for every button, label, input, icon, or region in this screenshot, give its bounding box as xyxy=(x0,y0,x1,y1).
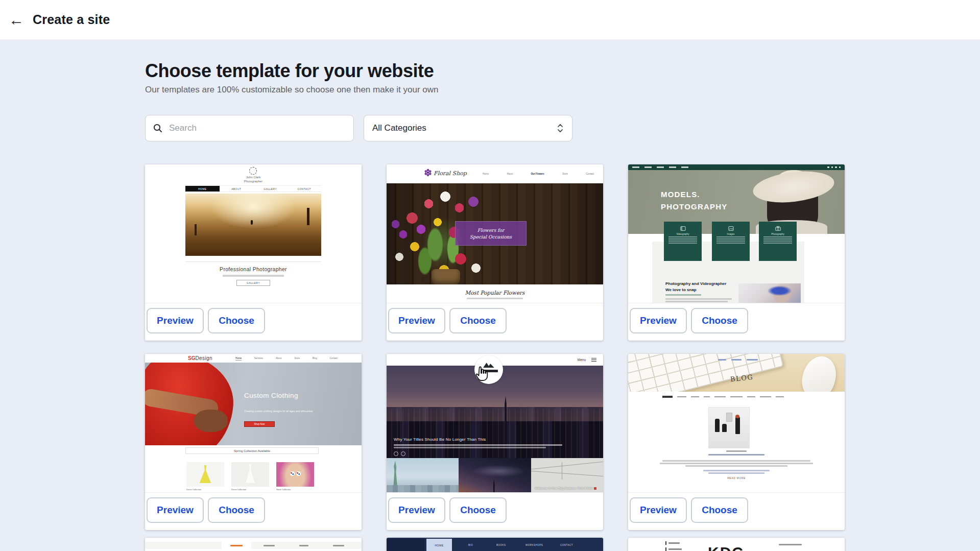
banner-text: Flowers for xyxy=(477,228,504,233)
choose-button[interactable]: Choose xyxy=(691,308,748,333)
template-thumbnail-models-photography[interactable]: MODELS. PHOTOGRAPHY Videography Images P… xyxy=(628,164,845,303)
preview-button[interactable]: Preview xyxy=(147,308,204,333)
mirror xyxy=(726,413,732,422)
choose-button[interactable]: Choose xyxy=(449,308,507,333)
mini-menu-label: Menu xyxy=(578,358,586,362)
preview-button[interactable]: Preview xyxy=(388,497,445,523)
mini-nav-item: CONTACT xyxy=(288,186,322,191)
text-line xyxy=(703,470,770,471)
mini-brand: KDC xyxy=(708,544,744,551)
site-logo-badge xyxy=(474,355,503,384)
text-line xyxy=(665,294,701,296)
text-line xyxy=(714,396,726,398)
banner-text: Special Occasions xyxy=(470,234,512,239)
choose-button[interactable]: Choose xyxy=(208,497,265,523)
text-line xyxy=(716,238,745,239)
product-photo-white-dress xyxy=(231,462,269,487)
product-caption: Dress Collection xyxy=(186,488,201,491)
mini-gallery-button: GALLERY xyxy=(236,280,270,286)
choose-button[interactable]: Choose xyxy=(449,497,507,523)
text-line xyxy=(467,298,523,299)
template-card-models-photography: MODELS. PHOTOGRAPHY Videography Images P… xyxy=(628,164,845,341)
mini-nav-item: About xyxy=(276,357,282,361)
mini-read-more-link: READ MORE xyxy=(628,476,845,480)
text-line xyxy=(668,243,697,244)
mountain-icon xyxy=(482,362,495,368)
template-card-partial-author: HOME BIO BOOKS WORKSHOPS CONTACT xyxy=(387,538,603,551)
template-thumbnail-travel-blog[interactable]: Menu Why Your Titles Should Be No Longer… xyxy=(387,354,603,492)
thumb-statue-of-liberty xyxy=(387,458,459,492)
template-thumbnail-partial-restaurant[interactable] xyxy=(145,538,362,551)
text-line xyxy=(223,275,284,277)
text-line xyxy=(718,359,726,361)
search-box[interactable] xyxy=(145,115,354,141)
mini-navbar xyxy=(145,542,362,549)
vase xyxy=(432,269,460,284)
statue-of-liberty xyxy=(392,461,399,486)
city-skyline-strip xyxy=(387,485,459,492)
window-lights xyxy=(387,409,603,458)
text-line xyxy=(299,545,308,546)
text-line xyxy=(704,396,710,398)
white-dress xyxy=(244,464,257,485)
mini-navbar xyxy=(628,164,845,170)
preview-button[interactable]: Preview xyxy=(147,497,204,523)
search-input[interactable] xyxy=(169,123,346,133)
text-line xyxy=(716,236,745,237)
mini-nav-item: CONTACT xyxy=(560,544,573,546)
hero-photo-field-sunset xyxy=(185,194,321,256)
post-thumbnails: Welcome to Our Blog Feature, Print It No… xyxy=(387,458,603,492)
text-line xyxy=(747,359,758,361)
text-line xyxy=(681,166,688,168)
hero-banner: Flowers for Special Occasions xyxy=(455,221,527,246)
thumb-night-sky xyxy=(459,458,531,492)
person-silhouette xyxy=(735,417,740,434)
template-card-photographer: John Clark Photographer HOME ABOUT GALLE… xyxy=(145,164,362,341)
text-line xyxy=(691,396,699,398)
preview-button[interactable]: Preview xyxy=(630,308,687,333)
search-icon xyxy=(153,123,163,133)
mini-nav-item: Home xyxy=(235,357,242,361)
fence-post xyxy=(195,224,197,235)
category-dropdown[interactable]: All Categories xyxy=(364,115,572,141)
card-actions: Preview Choose xyxy=(145,492,362,530)
flower-logo-icon xyxy=(424,169,432,179)
feature-card-label: Videography xyxy=(676,233,689,235)
bikini-top xyxy=(296,471,301,476)
back-button[interactable]: ← xyxy=(5,9,28,31)
product-caption: Swim Collection xyxy=(276,488,291,491)
choose-button[interactable]: Choose xyxy=(208,308,265,333)
preview-button[interactable]: Preview xyxy=(630,497,687,523)
mini-nav-item: WORKSHOPS xyxy=(525,544,543,546)
image-icon xyxy=(728,225,734,232)
text-line xyxy=(747,396,755,398)
mini-section-title: Photography and Videographer xyxy=(665,281,726,286)
template-thumbnail-photographer[interactable]: John Clark Photographer HOME ABOUT GALLE… xyxy=(145,164,362,303)
text-line xyxy=(665,298,732,300)
mini-brand: Floral Shop xyxy=(434,170,467,177)
text-line xyxy=(668,241,697,242)
template-thumbnail-sg-design[interactable]: SGDesign Home Services About Store Blog … xyxy=(145,354,362,492)
choose-button[interactable]: Choose xyxy=(691,497,748,523)
preview-button[interactable]: Preview xyxy=(388,308,445,333)
bikini-top xyxy=(290,471,295,476)
template-card-floral-shop: Floral Shop Home About Our Flowers Store… xyxy=(387,164,603,341)
mini-nav-item: BIO xyxy=(468,544,473,546)
mini-hero-title: MODELS. PHOTOGRAPHY xyxy=(661,188,727,213)
text-line xyxy=(668,542,680,544)
keyboard xyxy=(628,354,784,392)
feature-card: Images xyxy=(712,222,750,261)
text-line xyxy=(662,460,810,462)
template-thumbnail-partial-author[interactable]: HOME BIO BOOKS WORKSHOPS CONTACT xyxy=(387,538,603,551)
mini-post-title: Why Your Titles Should Be No Longer Than… xyxy=(394,437,486,442)
template-card-travel-blog: Menu Why Your Titles Should Be No Longer… xyxy=(387,354,603,530)
mini-navbar: Home About Our Flowers Store Contact xyxy=(483,173,594,175)
page-title: Create a site xyxy=(33,12,110,27)
mini-navbar xyxy=(662,396,792,398)
template-thumbnail-keyboard-blog[interactable]: BLOG READ MORE xyxy=(628,354,845,492)
feature-card: Photography xyxy=(759,222,797,261)
template-card-keyboard-blog: BLOG READ MORE Preview C xyxy=(628,354,845,530)
template-thumbnail-floral-shop[interactable]: Floral Shop Home About Our Flowers Store… xyxy=(387,164,603,303)
mini-nav-item: Contact xyxy=(586,173,594,175)
template-thumbnail-partial-kdc[interactable]: KDC xyxy=(628,538,845,551)
